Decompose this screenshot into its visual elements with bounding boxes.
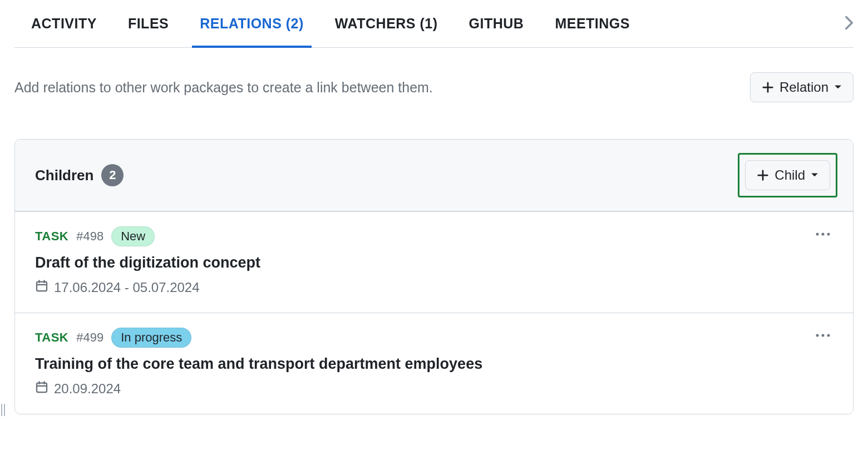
status-badge: New — [111, 226, 155, 246]
tab-activity[interactable]: ACTIVITY — [31, 0, 97, 47]
work-package-type: TASK — [35, 330, 68, 345]
tab-files[interactable]: FILES — [128, 0, 169, 47]
svg-point-12 — [822, 334, 825, 337]
more-options-button[interactable] — [813, 328, 833, 342]
children-count-badge: 2 — [101, 164, 124, 186]
work-package-title: Draft of the digitization concept — [35, 254, 833, 271]
child-item[interactable]: TASK #498 New Draft of the digitization … — [15, 211, 853, 313]
add-child-button[interactable]: Child — [745, 160, 830, 190]
relations-hint: Add relations to other work packages to … — [14, 80, 433, 96]
svg-rect-7 — [37, 282, 47, 291]
children-panel: Children 2 Child TASK #498 New Draft of — [14, 139, 854, 414]
tab-watchers[interactable]: WATCHERS (1) — [335, 0, 438, 47]
more-options-button[interactable] — [813, 226, 833, 241]
relations-header: Add relations to other work packages to … — [14, 48, 854, 112]
add-child-label: Child — [775, 167, 805, 183]
chevron-right-icon[interactable] — [841, 13, 857, 35]
svg-rect-14 — [37, 383, 47, 393]
add-relation-label: Relation — [780, 80, 828, 95]
tab-github[interactable]: GITHUB — [469, 0, 524, 47]
status-badge: In progress — [111, 328, 191, 348]
children-panel-header: Children 2 Child — [15, 140, 853, 211]
tab-relations[interactable]: RELATIONS (2) — [200, 0, 304, 47]
work-package-title: Training of the core team and transport … — [35, 355, 833, 373]
work-package-id: #498 — [76, 229, 103, 244]
plus-icon — [762, 81, 774, 93]
children-title: Children — [35, 167, 93, 184]
calendar-icon — [35, 279, 48, 296]
svg-point-5 — [822, 233, 825, 236]
caret-down-icon — [811, 172, 818, 178]
work-package-dates: 20.09.2024 — [54, 381, 121, 397]
caret-down-icon — [834, 85, 842, 90]
svg-point-13 — [827, 334, 830, 337]
drag-handle-icon[interactable] — [1, 404, 5, 416]
child-item[interactable]: TASK #499 In progress Training of the co… — [15, 313, 853, 414]
add-relation-button[interactable]: Relation — [750, 72, 854, 102]
svg-point-11 — [816, 334, 819, 337]
tabs-bar: ACTIVITY FILES RELATIONS (2) WATCHERS (1… — [14, 0, 854, 48]
tab-meetings[interactable]: MEETINGS — [555, 0, 630, 47]
work-package-id: #499 — [76, 330, 103, 345]
work-package-type: TASK — [35, 229, 68, 244]
plus-icon — [757, 169, 769, 181]
work-package-dates: 17.06.2024 - 05.07.2024 — [54, 280, 200, 295]
calendar-icon — [35, 380, 48, 397]
svg-point-6 — [827, 233, 830, 236]
svg-point-4 — [816, 233, 819, 236]
add-child-highlight: Child — [738, 153, 837, 197]
